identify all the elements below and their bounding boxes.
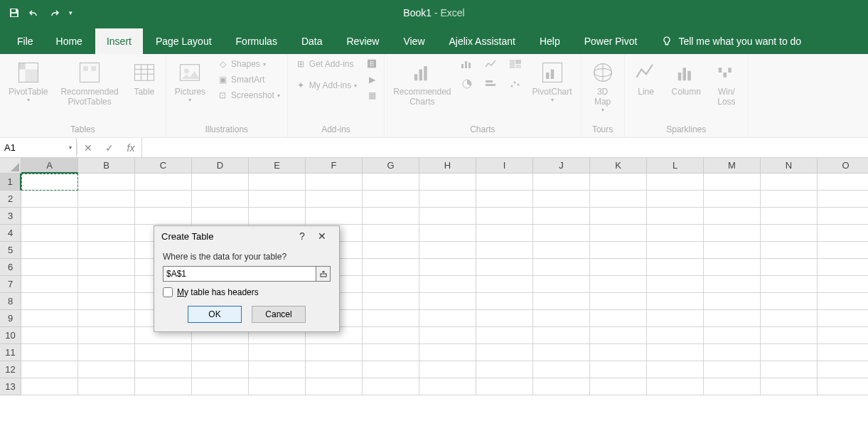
cell[interactable]	[761, 344, 818, 361]
tab-formulas[interactable]: Formulas	[225, 28, 289, 54]
column-header[interactable]: F	[306, 158, 363, 174]
people-graph-button[interactable]: ▶	[364, 73, 380, 87]
cell[interactable]	[476, 378, 533, 395]
column-header[interactable]: K	[590, 158, 647, 174]
cell[interactable]	[818, 310, 868, 327]
cell[interactable]	[476, 361, 533, 378]
visio-button[interactable]: ▦	[364, 88, 380, 102]
pictures-button[interactable]: Pictures ▾	[171, 57, 210, 106]
cell[interactable]	[533, 276, 590, 293]
cell[interactable]	[21, 293, 78, 310]
cell[interactable]	[476, 259, 533, 276]
cell[interactable]	[78, 310, 135, 327]
cell[interactable]	[363, 174, 419, 191]
cell[interactable]	[192, 344, 249, 361]
undo-icon[interactable]	[26, 4, 43, 21]
tab-review[interactable]: Review	[336, 28, 391, 54]
cell[interactable]	[647, 208, 704, 225]
cell[interactable]	[21, 259, 78, 276]
cell[interactable]	[419, 225, 476, 242]
cell[interactable]	[704, 191, 761, 208]
cell[interactable]	[363, 191, 419, 208]
cell[interactable]	[590, 378, 647, 395]
cell[interactable]	[21, 276, 78, 293]
cell[interactable]	[306, 344, 363, 361]
row-header[interactable]: 3	[0, 208, 21, 225]
cell[interactable]	[704, 174, 761, 191]
redo-icon[interactable]	[45, 4, 63, 21]
cell[interactable]	[363, 276, 419, 293]
headers-checkbox[interactable]	[163, 287, 173, 297]
cell[interactable]	[818, 276, 868, 293]
enter-formula-icon[interactable]: ✓	[99, 142, 120, 154]
cell[interactable]	[476, 191, 533, 208]
cell[interactable]	[135, 344, 192, 361]
cell[interactable]	[647, 378, 704, 395]
select-all-button[interactable]	[0, 158, 21, 174]
cell[interactable]	[21, 327, 78, 344]
cell[interactable]	[21, 344, 78, 361]
cell[interactable]	[647, 174, 704, 191]
cell[interactable]	[419, 344, 476, 361]
row-header[interactable]: 10	[0, 327, 21, 344]
table-button[interactable]: Table	[127, 57, 161, 100]
row-header[interactable]: 8	[0, 293, 21, 310]
smartart-button[interactable]: ▣SmartArt	[214, 73, 283, 87]
3d-map-button[interactable]: 3D Map ▾	[586, 57, 620, 116]
cell[interactable]	[78, 259, 135, 276]
cell[interactable]	[21, 378, 78, 395]
cell[interactable]	[78, 242, 135, 259]
cell[interactable]	[135, 208, 192, 225]
cell[interactable]	[761, 259, 818, 276]
cell[interactable]	[476, 327, 533, 344]
cell[interactable]	[533, 191, 590, 208]
cell[interactable]	[21, 225, 78, 242]
cell[interactable]	[704, 259, 761, 276]
my-addins-button[interactable]: ✦My Add-ins ▾	[292, 78, 360, 92]
cell[interactable]	[78, 293, 135, 310]
collapse-dialog-icon[interactable]	[316, 266, 331, 282]
cell[interactable]	[647, 225, 704, 242]
cell[interactable]	[704, 378, 761, 395]
cell[interactable]	[419, 361, 476, 378]
dialog-titlebar[interactable]: Create Table ? ✕	[154, 226, 339, 246]
cell[interactable]	[363, 208, 419, 225]
column-header[interactable]: A	[21, 158, 78, 174]
cell[interactable]	[818, 208, 868, 225]
screenshot-button[interactable]: ⊡Screenshot ▾	[214, 88, 283, 102]
cell[interactable]	[590, 225, 647, 242]
cell[interactable]	[363, 293, 419, 310]
cell[interactable]	[78, 225, 135, 242]
column-header[interactable]: J	[533, 158, 590, 174]
pie-chart-icon[interactable]	[460, 78, 474, 90]
treemap-chart-icon[interactable]	[508, 58, 523, 70]
column-header[interactable]: E	[249, 158, 306, 174]
cell[interactable]	[761, 293, 818, 310]
column-header[interactable]: N	[761, 158, 818, 174]
cell[interactable]	[704, 344, 761, 361]
cell[interactable]	[761, 208, 818, 225]
cell[interactable]	[533, 225, 590, 242]
cell[interactable]	[647, 242, 704, 259]
cell[interactable]	[21, 310, 78, 327]
cell[interactable]	[704, 242, 761, 259]
cell[interactable]	[590, 242, 647, 259]
column-header[interactable]: O	[818, 158, 868, 174]
tab-file[interactable]: File	[7, 28, 43, 54]
cell[interactable]	[704, 225, 761, 242]
cell[interactable]	[761, 242, 818, 259]
cell[interactable]	[192, 208, 249, 225]
line-chart-icon[interactable]	[484, 58, 498, 70]
cell[interactable]	[363, 259, 419, 276]
cell[interactable]	[419, 310, 476, 327]
row-header[interactable]: 11	[0, 344, 21, 361]
cell[interactable]	[21, 242, 78, 259]
column-header[interactable]: D	[192, 158, 249, 174]
tab-home[interactable]: Home	[45, 28, 94, 54]
cell[interactable]	[21, 208, 78, 225]
cell[interactable]	[363, 361, 419, 378]
cell[interactable]	[192, 174, 249, 191]
cell[interactable]	[533, 293, 590, 310]
sparkline-line-button[interactable]: Line	[629, 57, 663, 100]
cell[interactable]	[818, 344, 868, 361]
